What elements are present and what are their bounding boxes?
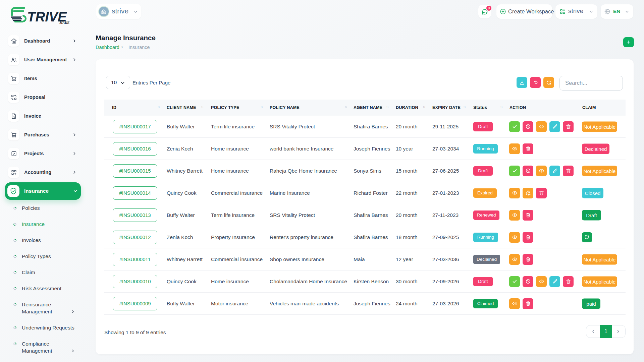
svg-text:MAKE: MAKE xyxy=(59,21,69,24)
